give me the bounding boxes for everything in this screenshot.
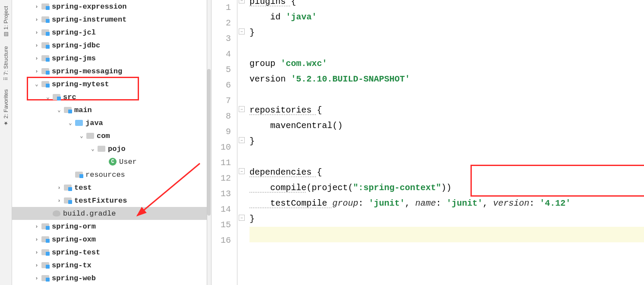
tree-item[interactable]: ›spring-tx <box>12 259 207 272</box>
tree-item[interactable]: ›spring-web <box>12 272 207 285</box>
tab-project[interactable]: ▤1: Project <box>3 2 9 42</box>
module-icon <box>41 275 49 281</box>
fold-toggle[interactable]: – <box>239 215 245 221</box>
module-icon <box>41 42 49 48</box>
module-icon <box>41 81 49 87</box>
tree-item[interactable]: ⌄pojo <box>12 142 207 155</box>
gradle-icon <box>53 210 60 216</box>
line-gutter: 1234 5678 9101112 13141516 <box>212 0 237 285</box>
module-icon <box>41 249 49 255</box>
tree-item-class[interactable]: ·CUser <box>12 155 207 168</box>
tree-item[interactable]: ›spring-oxm <box>12 233 207 246</box>
fold-toggle[interactable]: – <box>239 106 245 112</box>
tree-item[interactable]: ›spring-jms <box>12 52 207 65</box>
tree-item[interactable]: ⌄com <box>12 129 207 142</box>
package-icon <box>86 133 94 139</box>
tree-item[interactable]: ›spring-expression <box>12 0 207 13</box>
module-icon <box>64 107 72 113</box>
tree-item[interactable]: ›spring-orm <box>12 220 207 233</box>
tree-item[interactable]: ›testFixtures <box>12 194 207 207</box>
fold-toggle[interactable]: – <box>239 137 245 143</box>
module-icon <box>41 262 49 268</box>
tree-item[interactable]: ·resources <box>12 168 207 181</box>
module-icon <box>41 223 49 229</box>
tree-item[interactable]: ›spring-jdbc <box>12 39 207 52</box>
package-icon <box>98 146 105 152</box>
module-icon <box>41 29 49 35</box>
code-area[interactable]: plugins { id 'java' } group 'com.wxc' ve… <box>247 0 644 285</box>
tab-favorites[interactable]: ★2: Favorites <box>3 85 9 131</box>
tree-item-build-gradle[interactable]: ·build.gradle <box>12 207 207 220</box>
fold-toggle[interactable]: – <box>239 0 245 3</box>
resources-icon <box>75 172 83 178</box>
tree-item[interactable]: ›spring-jcl <box>12 26 207 39</box>
fold-toggle[interactable]: – <box>239 168 245 174</box>
fold-column[interactable]: – – – – – – <box>237 0 247 285</box>
tree-item[interactable]: ⌄java <box>12 116 207 129</box>
source-folder-icon <box>75 120 83 126</box>
tab-structure[interactable]: ⠿7: Structure <box>3 42 9 85</box>
fold-toggle[interactable]: – <box>239 28 245 34</box>
module-icon <box>41 236 49 242</box>
module-icon <box>41 16 49 22</box>
module-icon <box>41 68 49 74</box>
tool-window-bar: ▤1: Project ⠿7: Structure ★2: Favorites <box>0 0 12 285</box>
tree-item[interactable]: ›spring-messaging <box>12 65 207 78</box>
code-editor[interactable]: 1234 5678 9101112 13141516 – – – – – – p… <box>212 0 644 285</box>
module-icon <box>53 94 60 100</box>
module-icon <box>41 55 49 61</box>
tree-item[interactable]: ›spring-test <box>12 246 207 259</box>
module-icon <box>41 3 49 9</box>
tree-item[interactable]: ›test <box>12 181 207 194</box>
tree-item[interactable]: ⌄src <box>12 91 207 103</box>
tree-item[interactable]: ⌄main <box>12 103 207 116</box>
tree-item[interactable]: ›spring-instrument <box>12 13 207 26</box>
module-icon <box>64 185 72 191</box>
project-tree[interactable]: ›spring-expression ›spring-instrument ›s… <box>12 0 207 285</box>
module-icon <box>64 197 72 204</box>
splitter[interactable] <box>207 0 212 285</box>
tree-item-spring-mytest[interactable]: ⌄spring-mytest <box>12 78 207 91</box>
class-icon: C <box>109 158 117 166</box>
